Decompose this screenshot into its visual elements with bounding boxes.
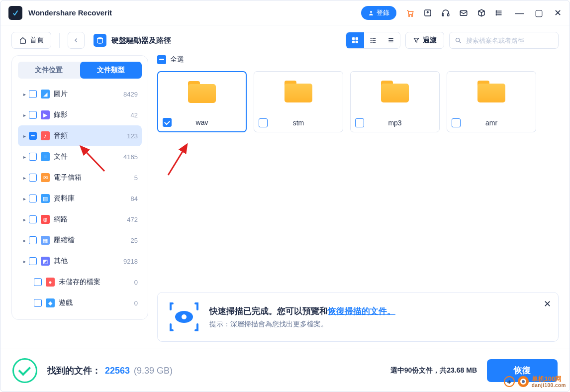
- title-icons: [405, 8, 504, 17]
- select-all-checkbox[interactable]: [157, 55, 166, 64]
- category-label: 音頻: [54, 131, 127, 140]
- category-label: 電子信箱: [54, 173, 134, 182]
- sidebar: 文件位置 文件類型 ▸◢圖片8429▸▶錄影42▸♪音頻123▸≡文件4165▸…: [11, 55, 148, 320]
- caret-icon: ▸: [22, 259, 27, 264]
- category-checkbox[interactable]: [29, 174, 37, 182]
- select-all[interactable]: 全選: [157, 55, 559, 64]
- category-checkbox[interactable]: [29, 236, 37, 244]
- home-button[interactable]: 首頁: [11, 32, 51, 49]
- category-label: 網路: [54, 215, 127, 224]
- view-detail-button[interactable]: [364, 32, 382, 49]
- category-icon: ♪: [41, 131, 50, 140]
- caret-icon: ▸: [22, 112, 27, 118]
- search-input[interactable]: [466, 37, 553, 44]
- view-grid-button[interactable]: [346, 32, 364, 49]
- svg-point-10: [97, 37, 103, 39]
- notice-title: 快速掃描已完成。您可以預覽和恢復掃描的文件。: [209, 305, 547, 317]
- category-item-6[interactable]: ▸◍網路472: [18, 209, 142, 230]
- category-item-1[interactable]: ▸▶錄影42: [18, 104, 142, 125]
- svg-rect-12: [356, 37, 358, 40]
- folder-icon: [477, 81, 505, 102]
- category-label: 資料庫: [54, 194, 131, 203]
- category-item-0[interactable]: ▸◢圖片8429: [18, 84, 142, 104]
- recover-files-link[interactable]: 恢復掃描的文件。: [328, 306, 395, 316]
- caret-icon: ▸: [22, 92, 27, 97]
- svg-rect-11: [352, 37, 355, 40]
- back-button[interactable]: [68, 32, 85, 49]
- footer: 找到的文件： 22563 (9.39 GB) 選中90份文件，共23.68 MB…: [0, 349, 570, 392]
- cart-icon[interactable]: [405, 8, 414, 17]
- svg-point-7: [496, 10, 497, 11]
- category-count: 84: [131, 195, 138, 202]
- sidebar-tabs: 文件位置 文件類型: [18, 62, 142, 79]
- watermark: + 单机100网 danji100.com: [504, 376, 566, 388]
- app-logo: [8, 6, 22, 20]
- category-count: 4165: [123, 153, 138, 161]
- category-label: 未儲存的檔案: [59, 278, 134, 287]
- category-checkbox[interactable]: [29, 257, 37, 265]
- folder-label: amr: [447, 119, 536, 127]
- category-item-4[interactable]: ▸✉電子信箱5: [18, 167, 142, 188]
- category-count: 123: [127, 132, 138, 140]
- menu-icon[interactable]: [495, 8, 504, 17]
- folder-card-wav[interactable]: wav: [157, 71, 247, 132]
- category-label: 遊戲: [59, 298, 134, 307]
- category-label: 圖片: [54, 90, 123, 98]
- category-checkbox[interactable]: [29, 132, 37, 140]
- main-area: 全選 wavstmmp3amr 快速掃描已完成。您可以預覽和恢復掃描的文件。 提…: [157, 55, 559, 342]
- mail-icon[interactable]: [459, 8, 468, 17]
- category-count: 0: [134, 299, 138, 307]
- close-button[interactable]: ✕: [554, 8, 562, 17]
- login-button[interactable]: 登錄: [361, 6, 396, 20]
- svg-rect-13: [352, 41, 355, 43]
- category-count: 25: [131, 237, 138, 244]
- category-checkbox[interactable]: [29, 215, 37, 223]
- category-checkbox[interactable]: [34, 299, 42, 307]
- category-checkbox[interactable]: [29, 195, 37, 202]
- category-icon: ▶: [41, 110, 50, 119]
- category-item-8[interactable]: ▸◩其他9218: [18, 251, 142, 272]
- folder-card-stm[interactable]: stm: [254, 71, 343, 132]
- category-item-5[interactable]: ▸▤資料庫84: [18, 188, 142, 209]
- category-item-9[interactable]: ●未儲存的檔案0: [18, 272, 142, 293]
- category-checkbox[interactable]: [34, 278, 42, 286]
- category-checkbox[interactable]: [29, 111, 37, 119]
- svg-point-9: [496, 14, 497, 15]
- category-count: 472: [127, 216, 138, 223]
- export-icon[interactable]: [423, 8, 432, 17]
- maximize-button[interactable]: ▢: [535, 8, 543, 17]
- view-list-button[interactable]: [382, 32, 400, 49]
- category-item-2[interactable]: ▸♪音頻123: [18, 125, 142, 146]
- headset-icon[interactable]: [441, 8, 450, 17]
- category-item-3[interactable]: ▸≡文件4165: [18, 146, 142, 167]
- category-icon: ✉: [41, 173, 50, 182]
- minimize-button[interactable]: —: [515, 8, 524, 17]
- eye-scan-icon: [169, 301, 199, 332]
- caret-icon: ▸: [22, 175, 27, 181]
- folder-card-mp3[interactable]: mp3: [350, 71, 440, 132]
- notice-close-button[interactable]: ✕: [544, 298, 551, 309]
- category-icon: ▤: [41, 194, 50, 203]
- tab-file-type[interactable]: 文件類型: [80, 62, 142, 79]
- filter-button[interactable]: 過濾: [405, 32, 444, 49]
- found-summary: 找到的文件： 22563 (9.39 GB): [47, 365, 173, 377]
- category-item-7[interactable]: ▸▦壓縮檔25: [18, 230, 142, 251]
- category-checkbox[interactable]: [29, 90, 37, 98]
- svg-rect-4: [442, 13, 444, 16]
- caret-icon: ▸: [22, 133, 27, 139]
- folder-label: stm: [254, 119, 343, 127]
- window-controls: — ▢ ✕: [515, 8, 562, 17]
- category-icon: ●: [46, 278, 55, 287]
- svg-rect-14: [356, 41, 358, 43]
- search-box[interactable]: [449, 32, 559, 49]
- scan-notice: 快速掃描已完成。您可以預覽和恢復掃描的文件。 提示：深層掃描會為您找出更多檔案。…: [157, 292, 559, 342]
- tab-file-location[interactable]: 文件位置: [18, 62, 80, 79]
- category-icon: ◢: [41, 90, 50, 98]
- category-item-10[interactable]: ◆遊戲0: [18, 293, 142, 313]
- svg-point-2: [411, 15, 412, 16]
- category-checkbox[interactable]: [29, 153, 37, 161]
- folder-card-amr[interactable]: amr: [447, 71, 536, 132]
- svg-rect-6: [460, 10, 467, 15]
- selected-info: 選中90份文件，共23.68 MB: [390, 366, 477, 375]
- cube-icon[interactable]: [477, 8, 486, 17]
